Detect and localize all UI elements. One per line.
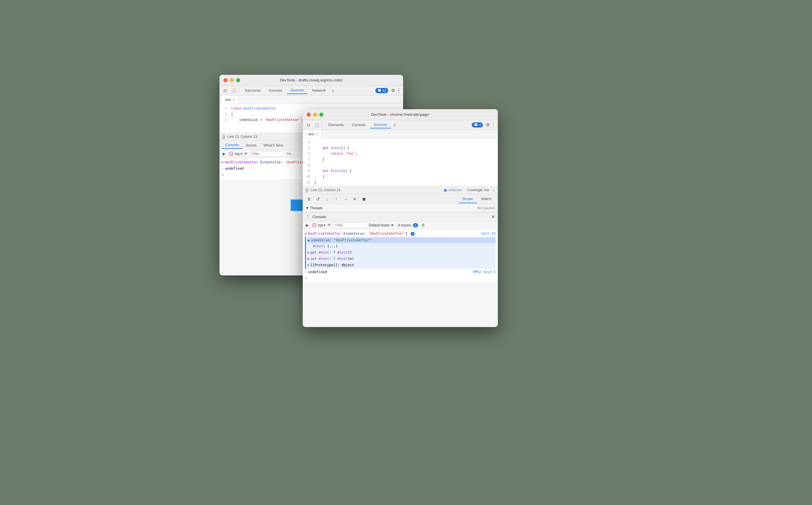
left-arrow-front: ← xyxy=(305,270,307,275)
more-icon-back[interactable]: ⋮ xyxy=(396,88,401,93)
braces-icon-back: {} xyxy=(222,134,225,139)
console-block-icon-back[interactable]: 🚫 xyxy=(228,151,234,157)
issues-tab-back[interactable]: Issues xyxy=(242,142,260,149)
console-tab-back[interactable]: Console xyxy=(222,142,242,149)
settings-icon-front[interactable]: ⚙ xyxy=(486,122,490,128)
console-block-icon-front[interactable]: 🚫 xyxy=(311,222,317,228)
console-header-front: ⋮ Console ✕ xyxy=(303,212,498,221)
tab-elements-front[interactable]: Elements xyxy=(325,122,347,128)
debugger-toolbar-front: ⏸ ↺ ↓ ↑ → ✕ ⏹ Scope Watch xyxy=(303,194,498,204)
line-code-f10: } xyxy=(313,174,325,180)
scope-tab-watch[interactable]: Watch xyxy=(477,195,495,203)
tab-network-back[interactable]: Network xyxy=(309,87,329,94)
source-line-f11: 11 } xyxy=(303,180,498,185)
run-shortcut-front: ⌘+Enter xyxy=(449,188,462,192)
tab-sources-back[interactable]: Sources xyxy=(287,87,308,94)
filter-input-back[interactable] xyxy=(250,151,284,157)
device-icon[interactable]: ⬜ xyxy=(230,87,237,94)
step-btn[interactable]: → xyxy=(342,195,349,203)
tab-console-front[interactable]: Console xyxy=(348,122,369,128)
settings-console-front[interactable]: ⚙ xyxy=(420,222,426,228)
file-tab-bar-front: test ✕ xyxy=(303,130,498,138)
file-tab-back[interactable]: test ✕ xyxy=(222,96,238,104)
eye-icon-front[interactable]: 👁 xyxy=(327,222,332,228)
title-bar-front: DevTools - chrome://new-tab-page/ xyxy=(303,109,498,120)
close-button-front[interactable] xyxy=(307,113,311,117)
more-tabs-back[interactable]: » xyxy=(330,88,336,94)
inspect-icon[interactable]: ⊡ xyxy=(222,87,229,94)
top-arrow-front: ▾ xyxy=(324,223,325,227)
step-into-btn[interactable]: ↓ xyxy=(323,195,331,203)
undefined-text-back: undefined xyxy=(225,166,244,171)
source-line-f6: 6 return 'foo'; xyxy=(303,151,498,157)
highlight-arrow: ▶ xyxy=(308,238,310,242)
step-out-btn[interactable]: ↑ xyxy=(333,195,340,203)
badge-front: 💬 4 xyxy=(472,122,483,128)
test-ref-link[interactable]: test:13 xyxy=(481,231,495,236)
minimize-button-front[interactable] xyxy=(313,113,317,117)
device-icon-front[interactable]: ⬜ xyxy=(313,122,320,128)
prototype-text: [[Prototype]]: Object xyxy=(311,263,354,268)
threads-label: ▼ Threads xyxy=(306,206,323,210)
source-line-f10: 10 } xyxy=(303,174,498,180)
left-arrow-back: ← xyxy=(222,166,224,171)
issues-num-front: 4 xyxy=(413,223,418,227)
tab-elements-back[interactable]: Elements xyxy=(242,87,264,94)
more-icon-front[interactable]: ⋮ xyxy=(491,122,495,128)
file-tab-front[interactable]: test ✕ xyxy=(305,130,322,138)
run-button-front[interactable]: ▶ ⌘+Enter xyxy=(445,188,462,192)
devtools-toolbar-back: ⊡ ⬜ Elements Console Sources Network » 💬… xyxy=(220,86,403,96)
scope-tab-scope[interactable]: Scope xyxy=(459,195,477,203)
default-levels-front[interactable]: Default levels ▼ xyxy=(369,223,394,227)
sep1-front xyxy=(322,122,323,128)
get-expand[interactable]: ▶ xyxy=(308,250,309,255)
badge-icon-front: 💬 xyxy=(474,123,478,127)
more-tabs-front[interactable]: » xyxy=(392,122,398,128)
top-selector-back[interactable]: top ▾ xyxy=(235,152,242,156)
badge-count-back: 21 xyxy=(383,89,386,92)
deactivate-btn[interactable]: ✕ xyxy=(351,195,358,203)
sep1 xyxy=(239,88,239,94)
pause-btn[interactable]: ⏸ xyxy=(305,195,313,203)
prototype-line: ▶ [[Prototype]]: Object xyxy=(308,262,495,268)
proto-expand[interactable]: ▶ xyxy=(308,263,309,268)
coverage-icon-front: ⬦ xyxy=(493,188,495,192)
line-code-3: someValue = 'HasPrivateGetter'; xyxy=(230,117,303,123)
expand-icon-front[interactable]: ▶ xyxy=(305,231,307,236)
line-num-1: 1 xyxy=(220,106,230,112)
maximize-button-back[interactable] xyxy=(236,78,240,82)
console-play-icon-back[interactable]: ▶ xyxy=(221,151,227,157)
set-expand[interactable]: ▶ xyxy=(308,256,309,262)
expand-icon-back[interactable]: ▶ xyxy=(222,160,224,165)
settings-icon-back[interactable]: ⚙ xyxy=(391,88,395,93)
step-over-btn[interactable]: ↺ xyxy=(314,195,322,203)
tab-sources-front[interactable]: Sources xyxy=(370,121,391,128)
top-selector-front[interactable]: top ▾ xyxy=(318,223,325,227)
maximize-button-front[interactable] xyxy=(319,113,323,117)
prompt-front: > xyxy=(305,276,307,281)
console-dot-menu[interactable]: ⋮ xyxy=(306,214,310,219)
close-button-back[interactable] xyxy=(224,78,228,82)
console-close-front[interactable]: ✕ xyxy=(491,214,495,219)
vm-ref-link[interactable]: VM52 test:1 xyxy=(473,270,495,275)
info-icon-front[interactable]: i xyxy=(411,232,415,236)
status-text-back: Line 13, Column 13 xyxy=(227,135,257,139)
run-icon-front: ▶ xyxy=(445,188,448,192)
status-text-front: Line 13, Column 13 xyxy=(311,188,340,192)
line-num-f9: 9 xyxy=(303,168,313,174)
file-tab-close-back[interactable]: ✕ xyxy=(232,98,235,101)
whats-new-tab-back[interactable]: What's New xyxy=(260,142,286,149)
eye-icon-back[interactable]: 👁 xyxy=(243,151,249,157)
inspect-icon-front[interactable]: ⊡ xyxy=(305,122,312,128)
tab-console-back[interactable]: Console xyxy=(265,87,286,94)
console-prompt-front: > xyxy=(305,275,495,282)
console-play-icon-front[interactable]: ▶ xyxy=(305,222,310,228)
file-tab-close-front[interactable]: ✕ xyxy=(316,132,318,136)
line-code-2: { xyxy=(230,112,233,117)
minimize-button-back[interactable] xyxy=(230,78,234,82)
console-output-front: ▶ HasPrivateGetter {someValue: 'HasPriva… xyxy=(303,229,498,283)
filter-input-front[interactable] xyxy=(333,222,368,228)
source-line-f9: 9 set #test(n) { xyxy=(303,168,498,174)
stop-btn[interactable]: ⏹ xyxy=(360,195,367,203)
line-code-f8 xyxy=(313,163,314,168)
